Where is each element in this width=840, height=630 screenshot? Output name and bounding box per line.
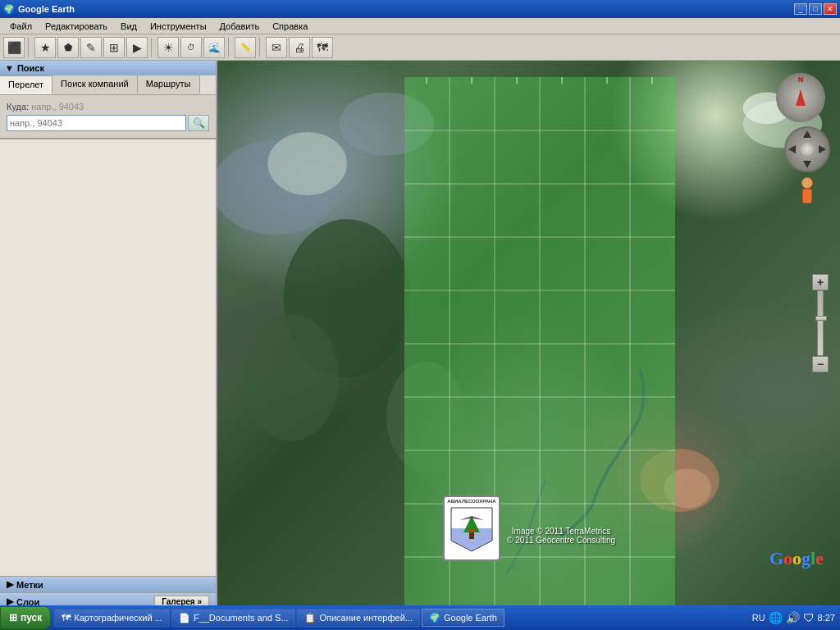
pan-right-button[interactable]: [819, 145, 826, 153]
left-empty-area: [0, 139, 216, 576]
taskbar-item-0[interactable]: 🗺 Картографический ...: [54, 609, 170, 627]
close-button[interactable]: ✕: [824, 3, 837, 15]
taskbar-items: 🗺 Картографический ... 📄 F__Documents an…: [51, 609, 746, 627]
start-button[interactable]: ⊞ пуск: [0, 606, 51, 629]
copyright-line1: Image © 2011 TerraMetrics: [507, 527, 615, 536]
taskbar-label-2: Описание интерфей...: [319, 613, 413, 623]
search-input-row: 🔍: [7, 115, 209, 131]
marks-panel-left: ▶ Метки: [7, 579, 43, 590]
google-logo: Google: [769, 548, 824, 569]
tab-directions[interactable]: Маршруты: [138, 75, 200, 94]
pan-down-button[interactable]: [803, 161, 811, 168]
search-placeholder-hint: напр., 94043: [31, 102, 84, 112]
search-header-label: Поиск: [17, 63, 44, 73]
zoom-track[interactable]: [817, 290, 824, 356]
start-button-label: пуск: [21, 612, 42, 623]
taskbar-right: RU 🌐 🔊 🛡 8:27: [747, 611, 840, 624]
menu-edit[interactable]: Редактировать: [39, 20, 114, 33]
search-tabs: Перелет Поиск компаний Маршруты: [0, 75, 216, 95]
zoom-in-button[interactable]: +: [812, 274, 829, 290]
window-title: Google Earth: [18, 4, 75, 14]
title-bar-left: 🌍 Google Earth: [3, 4, 75, 15]
tab-fly-to[interactable]: Перелет: [0, 75, 52, 94]
menu-add[interactable]: Добавить: [213, 20, 267, 33]
menu-file[interactable]: Файл: [3, 20, 39, 33]
pan-control[interactable]: [784, 126, 830, 172]
historical-button[interactable]: ⏱: [180, 37, 202, 58]
taskbar-item-1[interactable]: 📄 F__Documents and S...: [171, 609, 296, 627]
search-button[interactable]: 🔍: [188, 115, 209, 131]
tray-shield-icon: 🛡: [803, 611, 815, 624]
pan-up-button[interactable]: [803, 130, 811, 138]
copyright-line2: © 2011 Geocentre Consulting: [507, 536, 615, 545]
system-clock: 8:27: [818, 613, 835, 623]
maximize-button[interactable]: □: [809, 3, 822, 15]
sunlight-button[interactable]: ☀: [158, 37, 179, 58]
taskbar-label-0: Картографический ...: [74, 613, 162, 623]
taskbar: ⊞ пуск 🗺 Картографический ... 📄 F__Docum…: [0, 605, 840, 630]
menu-tools[interactable]: Инструменты: [144, 20, 213, 33]
search-input[interactable]: [7, 115, 186, 131]
google-e: e: [815, 548, 824, 568]
search-content: Куда: напр., 94043 🔍: [0, 95, 216, 138]
compass: N: [776, 73, 825, 122]
ocean-button[interactable]: 🌊: [203, 37, 225, 58]
google-g2: g: [801, 548, 810, 568]
taskbar-item-2[interactable]: 📋 Описание интерфей...: [297, 609, 420, 627]
sidebar-toggle-button[interactable]: ⬛: [3, 37, 25, 58]
search-destination-label: Куда: напр., 94043: [7, 102, 209, 112]
zoom-out-button[interactable]: −: [812, 356, 829, 372]
windows-logo-icon: ⊞: [9, 612, 17, 623]
google-g: G: [769, 548, 783, 568]
compass-arrow: [796, 89, 806, 106]
app-icon: 🌍: [3, 4, 15, 15]
street-view-icon[interactable]: [799, 177, 815, 210]
search-panel: ▼ Поиск Перелет Поиск компаний Маршруты …: [0, 61, 216, 139]
taskbar-label-1: F__Documents and S...: [194, 613, 289, 623]
left-panel: ▼ Поиск Перелет Поиск компаний Маршруты …: [0, 61, 217, 610]
emblem-svg: [447, 504, 496, 553]
marks-panel-header[interactable]: ▶ Метки: [0, 576, 216, 592]
search-panel-header[interactable]: ▼ Поиск: [0, 61, 216, 75]
minimize-button[interactable]: _: [794, 3, 807, 15]
marks-label: Метки: [16, 580, 43, 590]
tray-network-icon: 🌐: [769, 611, 783, 624]
menu-bar: Файл Редактировать Вид Инструменты Добав…: [0, 18, 840, 34]
taskbar-icon-1: 📄: [179, 613, 190, 623]
menu-help[interactable]: Справка: [266, 20, 314, 33]
taskbar-icon-0: 🗺: [62, 613, 71, 623]
google-o1: o: [783, 548, 792, 568]
toolbar: ⬛ ★ ⬟ ✎ ⊞ ▶ ☀ ⏱ 🌊 📏 ✉ 🖨 🗺: [0, 34, 840, 61]
marks-collapse-icon: ▶: [7, 579, 13, 590]
zoom-controls: + −: [812, 274, 829, 372]
record-tour-button[interactable]: ▶: [126, 37, 148, 58]
add-path-button[interactable]: ✎: [80, 37, 102, 58]
menu-view[interactable]: Вид: [114, 20, 144, 33]
window-controls: _ □ ✕: [794, 3, 837, 15]
google-o2: o: [792, 548, 801, 568]
person-body: [802, 189, 812, 203]
add-polygon-button[interactable]: ⬟: [57, 37, 79, 58]
zoom-handle[interactable]: [815, 316, 827, 321]
toolbar-separator-4: [259, 38, 262, 57]
pan-left-button[interactable]: [788, 145, 796, 153]
emblem-image: АВИАЛЕСООХРАНА: [443, 495, 500, 561]
email-button[interactable]: ✉: [266, 37, 287, 58]
svg-rect-31: [469, 532, 474, 539]
map-area[interactable]: N + −: [217, 61, 840, 610]
taskbar-icon-2: 📋: [304, 613, 316, 623]
ruler-button[interactable]: 📏: [235, 37, 256, 58]
taskbar-item-3[interactable]: 🌍 Google Earth: [422, 609, 504, 627]
add-placemark-button[interactable]: ★: [34, 37, 56, 58]
add-overlay-button[interactable]: ⊞: [103, 37, 125, 58]
search-collapse-icon: ▼: [5, 63, 14, 73]
tab-find-businesses[interactable]: Поиск компаний: [52, 75, 138, 94]
tray-sound-icon: 🔊: [786, 611, 800, 624]
maps-button[interactable]: 🗺: [312, 37, 333, 58]
title-bar: 🌍 Google Earth _ □ ✕: [0, 0, 840, 18]
taskbar-label-3: Google Earth: [444, 613, 497, 623]
print-button[interactable]: 🖨: [289, 37, 310, 58]
pan-center[interactable]: [801, 143, 814, 156]
toolbar-separator-3: [228, 38, 231, 57]
map-copyright: Image © 2011 TerraMetrics © 2011 Geocent…: [507, 527, 615, 545]
